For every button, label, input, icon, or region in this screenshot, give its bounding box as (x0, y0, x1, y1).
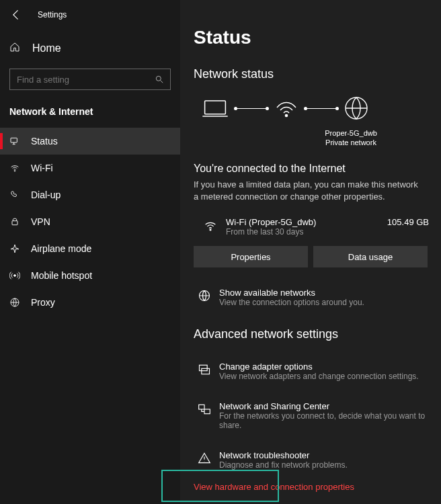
nav-vpn[interactable]: VPN (0, 208, 180, 235)
laptop-icon (200, 97, 230, 120)
properties-button[interactable]: Properties (194, 246, 308, 267)
datausage-button[interactable]: Data usage (313, 246, 428, 267)
sharing-option[interactable]: Network and Sharing Center For the netwo… (194, 401, 441, 430)
wifi-icon (203, 218, 218, 236)
home-label: Home (32, 42, 61, 54)
adapter-icon (198, 363, 211, 381)
nav-status[interactable]: Status (0, 128, 180, 155)
sharing-icon (198, 403, 211, 430)
svg-rect-3 (12, 221, 17, 225)
airplane-icon (9, 243, 20, 254)
proxy-icon (9, 297, 20, 308)
advanced-head: Advanced network settings (194, 327, 441, 341)
wifi-icon (9, 163, 20, 173)
adapter-option[interactable]: Change adapter options View network adap… (194, 362, 441, 381)
globe-icon (198, 289, 211, 307)
status-icon (9, 136, 20, 146)
dialup-icon (9, 190, 20, 200)
troubleshoot-option[interactable]: Network troubleshooter Diagnose and fix … (194, 450, 441, 470)
connection-row: Wi-Fi (Proper-5G_dwb) From the last 30 d… (194, 217, 441, 237)
nav-airplane[interactable]: Airplane mode (0, 235, 180, 262)
connection-line (235, 108, 268, 109)
vpn-icon (9, 216, 20, 227)
svg-point-4 (14, 275, 16, 277)
network-status-head: Network status (194, 67, 441, 81)
svg-rect-14 (204, 409, 210, 414)
show-networks-option[interactable]: Show available networks View the connect… (194, 288, 441, 307)
home-icon (9, 42, 20, 55)
page-title: Status (194, 27, 441, 48)
nav-hotspot[interactable]: Mobile hotspot (0, 262, 180, 289)
connected-head: You're connected to the Internet (194, 163, 441, 175)
sidebar: Settings Home Network & Internet Status … (0, 0, 180, 504)
diagram-caption: Proper-5G_dwb Private network (261, 128, 441, 148)
warning-icon (198, 452, 211, 470)
connection-usage: 105.49 GB (387, 217, 429, 227)
svg-rect-11 (200, 366, 208, 371)
connection-name: Wi-Fi (Proper-5G_dwb) (226, 217, 387, 227)
svg-point-7 (285, 114, 287, 116)
nav-wifi[interactable]: Wi-Fi (0, 155, 180, 181)
search-input[interactable] (9, 69, 171, 90)
hotspot-icon (9, 270, 20, 281)
svg-rect-6 (205, 101, 226, 114)
globe-icon (343, 95, 370, 122)
svg-point-9 (210, 229, 211, 230)
svg-rect-1 (11, 138, 17, 142)
svg-point-2 (14, 171, 15, 171)
nav-proxy[interactable]: Proxy (0, 289, 180, 316)
svg-rect-12 (202, 369, 210, 374)
svg-rect-13 (199, 405, 204, 410)
connected-sub: If you have a limited data plan, you can… (194, 179, 422, 204)
connection-meta: From the last 30 days (226, 227, 387, 237)
network-diagram (194, 95, 441, 122)
connection-line (305, 108, 337, 109)
section-head: Network & Internet (0, 99, 180, 128)
wifi-large-icon (273, 97, 300, 120)
hardware-properties-link[interactable]: View hardware and connection properties (194, 482, 441, 492)
nav-dialup[interactable]: Dial-up (0, 181, 180, 208)
back-icon[interactable] (9, 8, 23, 22)
home-row[interactable]: Home (0, 35, 180, 62)
window-title: Settings (38, 10, 67, 19)
main-content: Status Network status Proper-5G_dwb Priv… (180, 0, 441, 504)
